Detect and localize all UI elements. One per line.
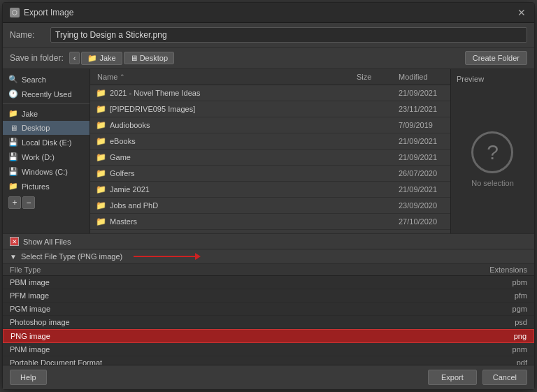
disk-icon-2: 💾 — [8, 152, 18, 161]
folder-icon-1: 📁 — [96, 104, 106, 114]
filetype-row-3[interactable]: Photoshop image psd — [3, 316, 534, 329]
help-button[interactable]: Help — [10, 370, 47, 385]
file-list: 📁 2021 - Novel Theme Ideas 21/09/2021 📁 … — [90, 85, 450, 233]
preview-no-selection: No selection — [471, 179, 514, 187]
column-name[interactable]: Name ⌃ — [90, 71, 352, 82]
title-bar: ⬡ Export Image ✕ — [3, 3, 534, 23]
name-label: Name: — [10, 30, 45, 40]
file-row-7[interactable]: 📁 Jobs and PhD 23/09/2020 — [90, 198, 450, 214]
preview-title: Preview — [457, 75, 529, 83]
show-all-checkbox[interactable]: ✕ — [10, 237, 19, 246]
filetype-row-5[interactable]: PNM image pnm — [3, 343, 534, 356]
sidebar-add-button[interactable]: + — [8, 196, 21, 209]
preview-icon-area: ? No selection — [471, 90, 514, 228]
file-name-1: 📁 [PIPEDRIVE095 Images] — [90, 103, 352, 115]
triangle-icon[interactable]: ▼ — [10, 253, 17, 261]
title-bar-left: ⬡ Export Image — [10, 8, 73, 17]
filetype-header: File Type Extensions — [3, 264, 534, 276]
breadcrumb: ‹ 📁 Jake 🖥 Desktop — [69, 52, 174, 65]
close-button[interactable]: ✕ — [516, 7, 527, 18]
filename-input[interactable] — [50, 27, 527, 43]
column-modified[interactable]: Modified — [394, 71, 450, 82]
pictures-icon: 📁 — [8, 182, 18, 191]
filetype-row-2[interactable]: PGM image pgm — [3, 303, 534, 316]
file-name-7: 📁 Jobs and PhD — [90, 199, 352, 212]
arrow-indicator — [134, 256, 196, 257]
filetype-row-6[interactable]: Portable Document Format pdf — [3, 356, 534, 365]
filetype-table-container: File Type Extensions PBM image pbm PFM i… — [3, 264, 534, 365]
folder-icon-jake: 📁 — [87, 54, 97, 63]
sidebar-item-local-disk-e[interactable]: 💾 Local Disk (E:) — [3, 135, 90, 150]
sidebar-item-work-d[interactable]: 💾 Work (D:) — [3, 150, 90, 164]
sidebar-add-remove: + − — [3, 194, 90, 212]
folder-icon-4: 📁 — [96, 152, 106, 162]
cancel-button[interactable]: Cancel — [482, 370, 527, 385]
show-all-label: Show All Files — [23, 238, 71, 246]
folder-icon-8: 📁 — [96, 217, 106, 226]
nav-back-button[interactable]: ‹ — [69, 52, 80, 64]
file-row-5[interactable]: 📁 Golfers 26/07/2020 — [90, 166, 450, 182]
file-name-8: 📁 Masters — [90, 215, 352, 228]
export-button[interactable]: Export — [428, 370, 477, 385]
sidebar: 🔍 Search 🕐 Recently Used 📁 Jake 🖥 Deskto… — [3, 69, 90, 233]
select-filetype-label[interactable]: Select File Type (PNG image) — [21, 252, 122, 261]
folder-icon-2: 📁 — [96, 120, 106, 130]
folder-icon-5: 📁 — [96, 168, 106, 178]
file-row-3[interactable]: 📁 eBooks 21/09/2021 — [90, 133, 450, 150]
disk-icon: 💾 — [8, 138, 18, 147]
folder-icon-6: 📁 — [96, 184, 106, 194]
search-icon: 🔍 — [8, 75, 18, 84]
folder-icon-desktop: 🖥 — [130, 54, 138, 62]
folder-icon-3: 📁 — [96, 136, 106, 146]
column-size[interactable]: Size — [352, 71, 394, 82]
file-row-2[interactable]: 📁 Audiobooks 7/09/2019 — [90, 117, 450, 133]
sidebar-item-pictures[interactable]: 📁 Pictures — [3, 179, 90, 194]
file-row-6[interactable]: 📁 Jamie 2021 21/09/2021 — [90, 182, 450, 198]
folder-row: Save in folder: ‹ 📁 Jake 🖥 Desktop Creat… — [3, 48, 534, 69]
main-area: 🔍 Search 🕐 Recently Used 📁 Jake 🖥 Deskto… — [3, 69, 534, 234]
file-name-3: 📁 eBooks — [90, 135, 352, 147]
desktop-icon: 🖥 — [8, 124, 18, 132]
sidebar-item-desktop[interactable]: 🖥 Desktop — [3, 121, 90, 135]
file-name-2: 📁 Audiobooks — [90, 119, 352, 131]
file-name-6: 📁 Jamie 2021 — [90, 183, 352, 196]
disk-icon-3: 💾 — [8, 167, 18, 176]
file-name-4: 📁 Game — [90, 151, 352, 164]
save-in-folder-label: Save in folder: — [10, 53, 64, 63]
filetype-row-1[interactable]: PFM image pfm — [3, 289, 534, 303]
sidebar-item-windows-c[interactable]: 💾 Windows (C:) — [3, 164, 90, 179]
sidebar-item-recently-used[interactable]: 🕐 Recently Used — [3, 87, 90, 101]
name-row: Name: — [3, 23, 534, 48]
folder-icon-0: 📁 — [96, 88, 106, 98]
file-row-0[interactable]: 📁 2021 - Novel Theme Ideas 21/09/2021 — [90, 85, 450, 101]
file-name-0: 📁 2021 - Novel Theme Ideas — [90, 87, 352, 99]
filetype-row-0[interactable]: PBM image pbm — [3, 276, 534, 289]
file-row-8[interactable]: 📁 Masters 27/10/2020 — [90, 214, 450, 230]
bottom-section: ✕ Show All Files ▼ Select File Type (PNG… — [3, 234, 534, 389]
preview-panel: Preview ? No selection — [450, 69, 534, 233]
filetype-row-4-selected[interactable]: PNG image png — [3, 329, 534, 343]
select-filetype-row: ▼ Select File Type (PNG image) — [3, 249, 534, 264]
breadcrumb-desktop[interactable]: 🖥 Desktop — [124, 52, 174, 64]
ft-col-extensions: Extensions — [471, 266, 527, 274]
file-row-4[interactable]: 📁 Game 21/09/2021 — [90, 150, 450, 166]
dialog-icon: ⬡ — [10, 8, 20, 17]
file-area: Name ⌃ Size Modified 📁 2021 - Novel Them… — [90, 69, 450, 233]
clock-icon: 🕐 — [8, 89, 18, 99]
folder-icon: 📁 — [8, 109, 18, 118]
file-row-1[interactable]: 📁 [PIPEDRIVE095 Images] 23/11/2021 — [90, 101, 450, 117]
dialog-title: Export Image — [24, 8, 73, 17]
export-image-dialog: ⬡ Export Image ✕ Name: Save in folder: ‹… — [2, 2, 535, 390]
folder-icon-7: 📁 — [96, 201, 106, 210]
file-name-5: 📁 Golfers — [90, 167, 352, 180]
action-row: Help Export Cancel — [3, 365, 534, 389]
sidebar-remove-button[interactable]: − — [22, 196, 35, 209]
preview-question-icon: ? — [471, 131, 513, 173]
sidebar-item-search[interactable]: 🔍 Search — [3, 72, 90, 87]
breadcrumb-jake[interactable]: 📁 Jake — [81, 52, 122, 65]
ft-col-filetype: File Type — [10, 266, 471, 274]
sidebar-separator — [3, 103, 90, 104]
sidebar-item-jake[interactable]: 📁 Jake — [3, 106, 90, 121]
create-folder-button[interactable]: Create Folder — [465, 51, 527, 65]
show-all-row: ✕ Show All Files — [3, 234, 534, 249]
